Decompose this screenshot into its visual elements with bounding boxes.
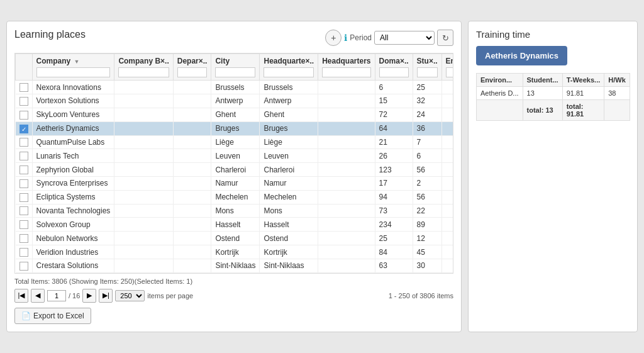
cell-headquarters	[318, 163, 375, 177]
cell-domain: 234	[375, 218, 413, 232]
cell-headquarterx: Ghent	[260, 108, 318, 121]
filter-depar[interactable]	[177, 67, 208, 77]
cell-depar	[173, 245, 211, 259]
cell-env	[441, 81, 453, 94]
table-row[interactable]: SkyLoom VenturesGhentGhent7224	[16, 108, 454, 121]
cell-students: 25	[413, 81, 441, 94]
row-checkbox[interactable]	[16, 177, 33, 191]
table-row[interactable]: Crestara SolutionsSint-NiklaasSint-Nikla…	[16, 259, 454, 272]
cell-students: 24	[413, 108, 441, 121]
training-footer-hwk	[604, 100, 630, 121]
table-row[interactable]: QuantumPulse LabsLiègeLiège217	[16, 135, 454, 149]
cell-company_b	[114, 177, 173, 191]
filter-env[interactable]	[446, 67, 453, 77]
training-footer-env	[477, 100, 523, 121]
cell-headquarters	[318, 177, 375, 191]
cell-students: 2	[413, 177, 441, 191]
row-checkbox[interactable]	[16, 218, 33, 232]
export-button[interactable]: 📄 Export to Excel	[14, 308, 91, 324]
period-select[interactable]: All Last year Last 2 years Last 5 years	[374, 31, 435, 45]
cell-headquarterx: Namur	[260, 177, 318, 191]
training-col-hwk: H/Wk	[604, 74, 630, 87]
row-checkbox[interactable]	[16, 81, 33, 94]
cell-domain: 72	[375, 108, 413, 121]
cell-headquarters	[318, 204, 375, 218]
cell-company_b	[114, 163, 173, 177]
cell-headquarterx: Kortrijk	[260, 245, 318, 259]
add-button[interactable]: +	[325, 30, 341, 46]
cell-students: 6	[413, 149, 441, 163]
table-row[interactable]: Solvexon GroupHasseltHasselt23489	[16, 218, 454, 232]
cell-env	[441, 135, 453, 149]
right-panel: Training time Aetheris Dynamics Environ.…	[468, 21, 638, 332]
row-checkbox[interactable]	[16, 163, 33, 177]
main-panel: Learning places + ℹ Period All Last year…	[6, 21, 462, 332]
next-page-button[interactable]: ▶	[82, 289, 96, 303]
col-depar: Depar×..	[173, 54, 211, 81]
cell-depar	[173, 121, 211, 135]
filter-company-b[interactable]	[118, 67, 169, 77]
cell-company_b	[114, 232, 173, 245]
last-page-button[interactable]: ▶|	[99, 289, 113, 303]
row-checkbox[interactable]	[16, 245, 33, 259]
table-row[interactable]: Novanta TechnologiesMonsMons7322	[16, 204, 454, 218]
items-per-page-select[interactable]: 250 100 50	[115, 290, 145, 301]
cell-headquarterx: Charleroi	[260, 163, 318, 177]
filter-students[interactable]	[417, 67, 438, 77]
filter-headquarters[interactable]	[322, 67, 370, 77]
row-checkbox[interactable]	[16, 232, 33, 245]
cell-depar	[173, 259, 211, 272]
row-checkbox[interactable]	[16, 190, 33, 204]
table-row[interactable]: Zephyrion GlobalCharleroiCharleroi12356	[16, 163, 454, 177]
table-row[interactable]: Veridion IndustriesKortrijkKortrijk8445	[16, 245, 454, 259]
row-checkbox[interactable]	[16, 108, 33, 121]
training-cell-env: Aetheris D...	[477, 87, 523, 100]
table-row[interactable]: ✓Aetheris DynamicsBrugesBruges6436	[16, 121, 454, 135]
filter-domain[interactable]	[379, 67, 409, 77]
row-checkbox[interactable]	[16, 135, 33, 149]
cell-company: Aetheris Dynamics	[32, 121, 114, 135]
refresh-button[interactable]: ↻	[437, 30, 453, 46]
cell-company_b	[114, 81, 173, 94]
table-row[interactable]: Vortexon SolutionsAntwerpAntwerp1532	[16, 94, 454, 108]
cell-domain: 123	[375, 163, 413, 177]
cell-headquarters	[318, 94, 375, 108]
filter-headquarterx[interactable]	[264, 67, 314, 77]
row-checkbox[interactable]: ✓	[16, 121, 33, 135]
first-page-button[interactable]: |◀	[14, 289, 28, 303]
cell-headquarterx: Bruges	[260, 121, 318, 135]
cell-env	[441, 218, 453, 232]
table-row[interactable]: Nexora InnovationsBrusselsBrussels625	[16, 81, 454, 94]
cell-domain: 25	[375, 232, 413, 245]
cell-env	[441, 149, 453, 163]
table-row[interactable]: Nebulon NetworksOstendOstend2512	[16, 232, 454, 245]
table-row[interactable]: Ecliptica SystemsMechelenMechelen9456	[16, 190, 454, 204]
cell-env	[441, 121, 453, 135]
filter-city[interactable]	[215, 67, 255, 77]
col-city: City	[211, 54, 260, 81]
cell-students: 30	[413, 259, 441, 272]
page-input[interactable]	[47, 290, 66, 301]
cell-students: 36	[413, 121, 441, 135]
col-company-b: Company B×..	[114, 54, 173, 81]
row-checkbox[interactable]	[16, 204, 33, 218]
cell-headquarterx: Sint-Niklaas	[260, 259, 318, 272]
cell-city: Namur	[211, 177, 260, 191]
row-checkbox[interactable]	[16, 259, 33, 272]
cell-headquarterx: Brussels	[260, 81, 318, 94]
cell-depar	[173, 81, 211, 94]
cell-env	[441, 94, 453, 108]
prev-page-button[interactable]: ◀	[31, 289, 45, 303]
col-env: Env×..	[441, 54, 453, 81]
table-row[interactable]: Syncrova EnterprisesNamurNamur172	[16, 177, 454, 191]
export-icon: 📄	[21, 311, 31, 320]
row-checkbox[interactable]	[16, 149, 33, 163]
row-checkbox[interactable]	[16, 94, 33, 108]
cell-city: Sint-Niklaas	[211, 259, 260, 272]
cell-headquarters	[318, 135, 375, 149]
cell-students: 56	[413, 163, 441, 177]
cell-env	[441, 259, 453, 272]
cell-city: Mons	[211, 204, 260, 218]
table-row[interactable]: Lunaris TechLeuvenLeuven266	[16, 149, 454, 163]
filter-company[interactable]	[36, 67, 111, 77]
